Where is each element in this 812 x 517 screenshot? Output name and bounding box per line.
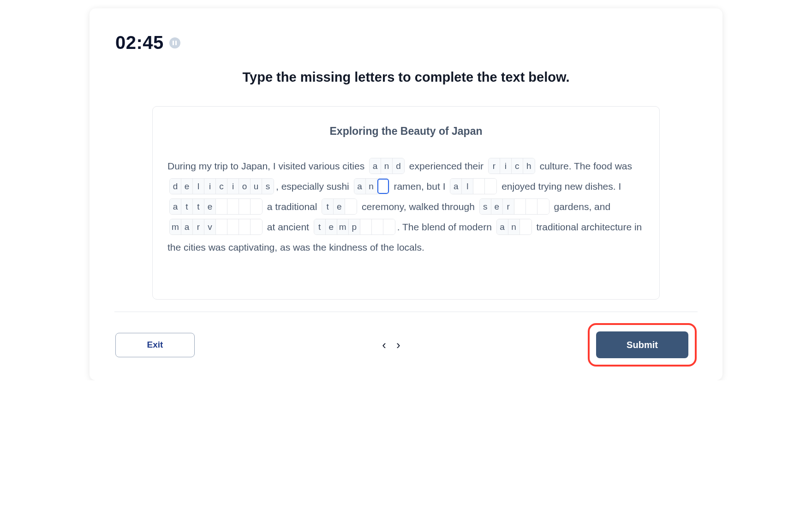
letter-cell[interactable]: d — [393, 158, 404, 174]
letter-cell[interactable] — [216, 199, 227, 214]
letter-cell[interactable] — [514, 199, 526, 214]
passage-text: During my trip to Japan, I visited vario… — [167, 156, 645, 258]
letter-cell[interactable] — [251, 199, 262, 214]
letter-cell[interactable]: a — [450, 179, 462, 194]
letter-word[interactable]: and — [369, 158, 405, 174]
letter-cell[interactable] — [227, 219, 239, 234]
letter-word[interactable]: al — [450, 178, 497, 194]
timer: 02:45 — [115, 32, 164, 53]
quiz-card: 02:45 Type the missing letters to comple… — [90, 8, 722, 380]
letter-cell[interactable] — [216, 219, 227, 234]
pause-icon[interactable] — [169, 37, 180, 48]
letter-cell[interactable]: m — [337, 219, 349, 234]
exercise-panel: Exploring the Beauty of Japan During my … — [152, 106, 660, 300]
letter-cell[interactable]: n — [381, 158, 393, 174]
letter-cell[interactable]: i — [227, 179, 239, 194]
letter-cell[interactable]: l — [193, 179, 204, 194]
pagination-nav: ‹ › — [382, 338, 400, 352]
letter-word[interactable]: an — [496, 219, 532, 235]
letter-cell[interactable]: r — [503, 199, 514, 214]
submit-highlight: Submit — [588, 323, 697, 367]
letter-word[interactable]: atte — [169, 198, 263, 215]
letter-cell[interactable] — [526, 199, 537, 214]
footer: Exit ‹ › Submit — [115, 323, 697, 367]
instruction: Type the missing letters to complete the… — [115, 70, 697, 85]
letter-cell[interactable] — [360, 219, 372, 234]
letter-cell[interactable]: e — [204, 199, 216, 214]
letter-cell[interactable]: n — [508, 219, 520, 234]
letter-word[interactable]: delicious — [169, 178, 274, 194]
letter-cell[interactable]: s — [262, 179, 274, 194]
letter-cell[interactable] — [345, 199, 357, 214]
chevron-left-icon[interactable]: ‹ — [382, 338, 386, 352]
letter-cell[interactable] — [372, 219, 383, 234]
letter-cell[interactable]: l — [462, 179, 473, 194]
letter-cell[interactable]: s — [480, 199, 491, 214]
letter-cell[interactable]: d — [170, 179, 181, 194]
letter-cell[interactable]: p — [349, 219, 360, 234]
letter-cell[interactable]: i — [204, 179, 216, 194]
letter-cell[interactable] — [383, 219, 395, 234]
letter-cell[interactable]: t — [181, 199, 193, 214]
letter-cell[interactable]: a — [354, 179, 366, 194]
letter-cell[interactable]: e — [491, 199, 503, 214]
letter-cell[interactable]: c — [512, 158, 523, 174]
letter-cell[interactable]: m — [170, 219, 181, 234]
letter-cell[interactable]: e — [326, 219, 337, 234]
letter-cell[interactable]: h — [523, 158, 535, 174]
letter-cell[interactable]: r — [489, 158, 500, 174]
letter-cell[interactable] — [473, 179, 485, 194]
letter-word[interactable]: rich — [488, 158, 535, 174]
letter-cell[interactable]: r — [193, 219, 204, 234]
letter-word[interactable]: temp — [314, 219, 395, 235]
letter-cell[interactable]: e — [334, 199, 345, 214]
letter-cell[interactable] — [377, 179, 389, 194]
letter-cell[interactable]: c — [216, 179, 227, 194]
letter-cell[interactable]: t — [193, 199, 204, 214]
letter-word[interactable]: ser — [479, 198, 549, 215]
timer-row: 02:45 — [115, 32, 697, 53]
letter-cell[interactable] — [239, 199, 251, 214]
chevron-right-icon[interactable]: › — [396, 338, 400, 352]
panel-title: Exploring the Beauty of Japan — [167, 125, 645, 138]
letter-word[interactable]: an — [354, 178, 389, 194]
letter-cell[interactable]: t — [314, 219, 326, 234]
letter-cell[interactable]: e — [181, 179, 193, 194]
letter-cell[interactable] — [520, 219, 531, 234]
letter-cell[interactable]: a — [370, 158, 381, 174]
exit-button[interactable]: Exit — [115, 333, 195, 357]
letter-cell[interactable]: a — [181, 219, 193, 234]
submit-button[interactable]: Submit — [596, 331, 688, 358]
letter-cell[interactable] — [485, 179, 496, 194]
letter-cell[interactable] — [251, 219, 262, 234]
letter-cell[interactable] — [239, 219, 251, 234]
letter-word[interactable]: te — [322, 198, 357, 215]
letter-cell[interactable]: u — [251, 179, 262, 194]
letter-cell[interactable] — [227, 199, 239, 214]
letter-cell[interactable]: o — [239, 179, 251, 194]
letter-word[interactable]: marv — [169, 219, 263, 235]
letter-cell[interactable]: a — [170, 199, 181, 214]
letter-cell[interactable]: i — [500, 158, 512, 174]
letter-cell[interactable]: a — [497, 219, 508, 234]
letter-cell[interactable]: v — [204, 219, 216, 234]
letter-cell[interactable]: n — [366, 179, 377, 194]
divider — [114, 312, 698, 312]
letter-cell[interactable]: t — [322, 199, 334, 214]
letter-cell[interactable] — [537, 199, 549, 214]
